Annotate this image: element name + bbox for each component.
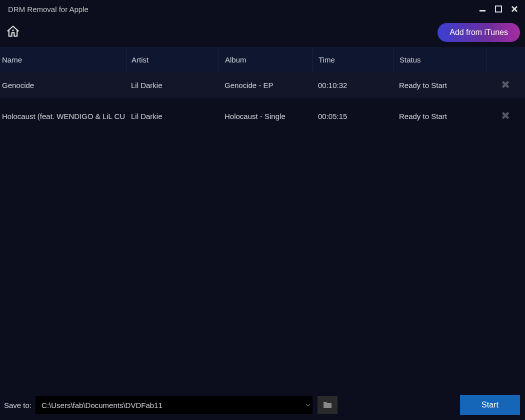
close-icon [502, 80, 510, 88]
cell-status: Ready to Start [393, 103, 486, 129]
window-controls [479, 6, 520, 12]
save-to-label: Save to: [4, 401, 32, 410]
browse-folder-button[interactable] [318, 396, 338, 414]
cell-time: 00:10:32 [312, 72, 393, 98]
app-title: DRM Removal for Apple [5, 5, 88, 14]
cell-name: Holocaust (feat. WENDIGO & LiL CU [0, 112, 126, 120]
table-row[interactable]: Holocaust (feat. WENDIGO & LiL CU Lil Da… [0, 103, 525, 129]
add-from-itunes-button[interactable]: Add from iTunes [438, 23, 520, 42]
cell-album: Holocaust - Single [218, 103, 312, 129]
svg-rect-0 [480, 10, 486, 12]
footer: Save to: Start [0, 390, 525, 420]
column-header-name[interactable]: Name [0, 47, 126, 72]
remove-row-button[interactable] [502, 112, 510, 121]
cell-album: Genocide - EP [218, 72, 312, 98]
remove-row-button[interactable] [502, 80, 510, 90]
track-table: Name Artist Album Time Status Genocide L… [0, 47, 525, 129]
table-header: Name Artist Album Time Status [0, 47, 525, 72]
start-button[interactable]: Start [460, 395, 520, 415]
minimize-button[interactable] [479, 6, 486, 12]
folder-icon [322, 401, 332, 409]
titlebar: DRM Removal for Apple [0, 0, 525, 18]
column-header-action [486, 47, 525, 72]
column-header-album[interactable]: Album [218, 47, 312, 72]
svg-rect-1 [496, 6, 502, 12]
cell-status: Ready to Start [393, 72, 486, 98]
maximize-button[interactable] [495, 6, 502, 12]
close-button[interactable] [511, 6, 518, 12]
table-row[interactable]: Genocide Lil Darkie Genocide - EP 00:10:… [0, 72, 525, 98]
home-icon [6, 24, 20, 38]
cell-artist: Lil Darkie [126, 103, 218, 129]
column-header-time[interactable]: Time [312, 47, 393, 72]
close-icon [502, 112, 510, 120]
cell-artist: Lil Darkie [126, 72, 218, 98]
save-path-input[interactable] [36, 396, 304, 414]
chevron-down-icon [306, 404, 310, 406]
path-dropdown-button[interactable] [304, 396, 312, 414]
cell-time: 00:05:15 [312, 103, 393, 129]
column-header-status[interactable]: Status [393, 47, 486, 72]
svg-point-2 [12, 30, 14, 32]
home-button[interactable] [4, 22, 22, 42]
column-header-artist[interactable]: Artist [126, 47, 218, 72]
row-divider [0, 98, 525, 103]
toolbar: Add from iTunes [0, 18, 525, 47]
cell-name: Genocide [0, 81, 126, 90]
